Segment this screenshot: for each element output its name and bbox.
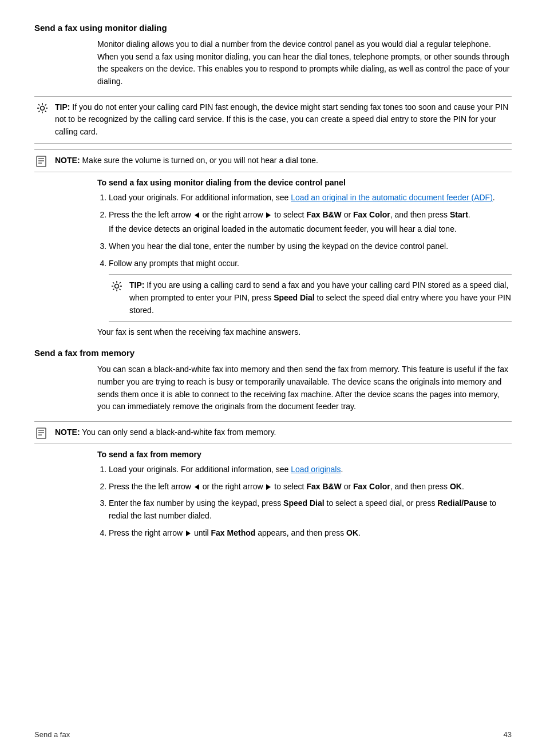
step-4-monitor-dialing: Follow any prompts that might occur. xyxy=(109,258,512,270)
step-4-text: Follow any prompts that might occur. xyxy=(109,259,239,268)
step-4-fm-before: Press the right arrow xyxy=(109,528,183,537)
step-1-fm-link[interactable]: Load originals xyxy=(291,465,341,474)
steps-list-monitor-dialing: Load your originals. For additional info… xyxy=(109,192,512,270)
step-2-text-middle: or the right arrow xyxy=(203,210,263,219)
step-2-bold1: Fax B&W xyxy=(306,210,341,219)
step-2-fm-end: , and then press xyxy=(390,482,448,491)
step-4-fm-bold2: OK xyxy=(346,528,358,537)
footer: Send a fax 43 xyxy=(34,730,512,739)
subsection-heading-monitor-dialing: To send a fax using monitor dialing from… xyxy=(97,178,512,187)
step-2-extra: If the device detects an original loaded… xyxy=(109,223,512,236)
step-3-fm-bold2: Redial/Pause xyxy=(437,498,487,508)
tip-box-monitor-dialing: TIP: If you do not enter your calling ca… xyxy=(34,96,512,144)
left-arrow-icon-2 xyxy=(195,484,199,490)
step-1-monitor-dialing: Load your originals. For additional info… xyxy=(109,192,512,204)
step-2-fm-bold2: Fax Color xyxy=(353,482,390,491)
section-from-memory: Send a fax from memory You can scan a bl… xyxy=(34,348,512,539)
svg-line-7 xyxy=(45,104,46,105)
right-arrow-icon-3 xyxy=(186,531,191,536)
step-4-fm-end2: . xyxy=(358,528,361,537)
step-2-fm-after: to select xyxy=(274,482,306,491)
step-2-bold3: Start xyxy=(450,210,468,219)
from-memory-intro: You can scan a black-and-white fax into … xyxy=(97,363,512,413)
step-2-end: , and then press xyxy=(390,210,448,219)
step-2-fm-bold3: OK xyxy=(450,482,462,491)
step-3-fm-before: Enter the fax number by using the keypad… xyxy=(109,498,281,508)
svg-point-13 xyxy=(115,284,119,288)
step-4-fm-after: until xyxy=(194,528,211,537)
section-heading-from-memory: Send a fax from memory xyxy=(34,348,512,358)
closing-text-monitor-dialing: Your fax is sent when the receiving fax … xyxy=(97,327,512,337)
note-text-from-memory: NOTE: You can only send a black-and-whit… xyxy=(55,426,512,439)
step-2-from-memory: Press the the left arrow or the right ar… xyxy=(109,481,512,493)
step-2-fm-before: Press the the left arrow xyxy=(109,482,191,491)
step-2-fm-middle: or the right arrow xyxy=(203,482,263,491)
step-2-text-after: to select xyxy=(274,210,306,219)
note-text-monitor-dialing: NOTE: Make sure the volume is turned on,… xyxy=(55,155,512,167)
monitor-dialing-intro: Monitor dialing allows you to dial a num… xyxy=(97,38,512,88)
step-4-fm-bold1: Fax Method xyxy=(211,528,256,537)
inner-tip-bold: Speed Dial xyxy=(274,293,315,302)
tip-content-monitor-dialing-text: If you do not enter your calling card PI… xyxy=(55,102,508,136)
note-img-icon-monitor-dialing xyxy=(34,155,50,167)
section-monitor-dialing: Send a fax using monitor dialing Monitor… xyxy=(34,23,512,337)
footer-right: 43 xyxy=(504,730,512,739)
step-1-fm-text: Load your originals. For additional info… xyxy=(109,465,291,474)
note-label-monitor-dialing: NOTE: xyxy=(55,156,80,165)
section-heading-monitor-dialing: Send a fax using monitor dialing xyxy=(34,23,512,33)
svg-line-21 xyxy=(113,289,114,290)
svg-line-8 xyxy=(38,110,39,112)
inner-tip-box-monitor-dialing: TIP: If you are using a calling card to … xyxy=(109,274,512,322)
svg-line-20 xyxy=(120,282,121,283)
step-1-text: Load your originals. For additional info… xyxy=(109,193,291,202)
note-box-from-memory: NOTE: You can only send a black-and-whit… xyxy=(34,421,512,444)
note-content-from-memory: You can only send a black-and-white fax … xyxy=(82,428,276,437)
steps-section-from-memory: To send a fax from memory Load your orig… xyxy=(97,450,512,539)
section-body-from-memory: You can scan a black-and-white fax into … xyxy=(97,363,512,413)
step-2-fm-end2: . xyxy=(462,482,464,491)
svg-line-6 xyxy=(45,110,46,112)
steps-section-monitor-dialing: To send a fax using monitor dialing from… xyxy=(97,178,512,337)
sun-tip-icon xyxy=(34,101,50,114)
step-3-from-memory: Enter the fax number by using the keypad… xyxy=(109,497,512,522)
note-content-monitor-dialing-text: Make sure the volume is turned on, or yo… xyxy=(82,156,318,165)
svg-point-0 xyxy=(41,106,45,110)
tip-label-monitor-dialing: TIP: xyxy=(55,102,70,112)
step-1-fm-suffix: . xyxy=(341,465,343,474)
steps-list-from-memory: Load your originals. For additional info… xyxy=(109,464,512,539)
step-1-link[interactable]: Load an original in the automatic docume… xyxy=(291,193,493,202)
step-1-suffix: . xyxy=(493,193,495,202)
note-box-monitor-dialing: NOTE: Make sure the volume is turned on,… xyxy=(34,149,512,172)
svg-rect-9 xyxy=(37,156,46,167)
svg-rect-22 xyxy=(37,428,46,438)
step-2-end2: . xyxy=(468,210,470,219)
svg-line-5 xyxy=(38,104,39,105)
sun-inner-tip-icon xyxy=(109,279,125,292)
right-arrow-icon-2 xyxy=(266,484,271,490)
step-2-bold2: Fax Color xyxy=(353,210,390,219)
step-2-or: or xyxy=(344,210,351,219)
step-4-fm-end: appears, and then press xyxy=(258,528,344,537)
footer-left: Send a fax xyxy=(34,730,70,739)
step-1-from-memory: Load your originals. For additional info… xyxy=(109,464,512,476)
step-3-fm-middle: to select a speed dial, or press xyxy=(327,498,436,508)
note-img-icon-from-memory xyxy=(34,426,50,439)
tip-text-monitor-dialing: TIP: If you do not enter your calling ca… xyxy=(55,101,512,138)
inner-tip-text-monitor-dialing: TIP: If you are using a calling card to … xyxy=(129,279,512,316)
inner-tip-label: TIP: xyxy=(129,280,144,290)
page: Send a fax using monitor dialing Monitor… xyxy=(0,0,546,756)
svg-line-18 xyxy=(113,282,114,283)
step-3-monitor-dialing: When you hear the dial tone, enter the n… xyxy=(109,240,512,253)
section-body-monitor-dialing: Monitor dialing allows you to dial a num… xyxy=(97,38,512,88)
right-arrow-icon-1 xyxy=(266,212,271,218)
step-3-fm-bold1: Speed Dial xyxy=(283,498,325,508)
step-2-monitor-dialing: Press the the left arrow or the right ar… xyxy=(109,209,512,236)
step-2-fm-or: or xyxy=(344,482,351,491)
svg-line-19 xyxy=(120,289,121,290)
step-2-text-before: Press the the left arrow xyxy=(109,210,191,219)
left-arrow-icon-1 xyxy=(195,212,199,218)
subsection-heading-from-memory: To send a fax from memory xyxy=(97,450,512,459)
step-3-text: When you hear the dial tone, enter the n… xyxy=(109,242,448,251)
step-2-fm-bold1: Fax B&W xyxy=(306,482,341,491)
note-label-from-memory: NOTE: xyxy=(55,428,80,437)
